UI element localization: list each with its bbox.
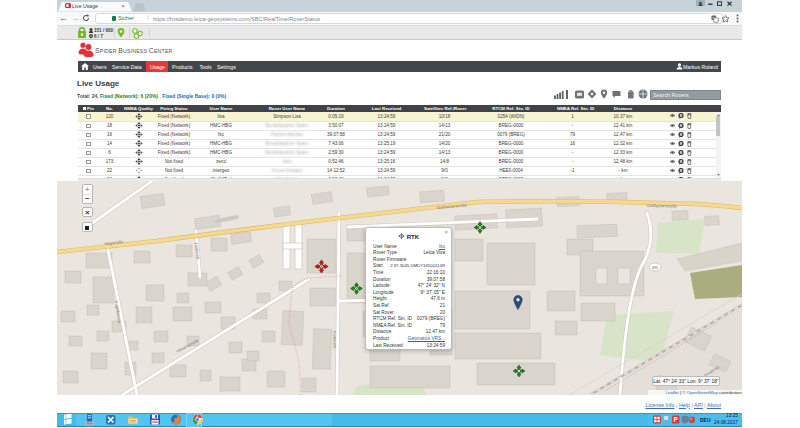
svg-text:Gaißacherstraße: Gaißacherstraße <box>647 203 678 209</box>
svg-text:P: P <box>674 415 679 422</box>
svg-text:495: 495 <box>652 266 658 270</box>
svg-text:Pontenstr.: Pontenstr. <box>332 331 338 349</box>
